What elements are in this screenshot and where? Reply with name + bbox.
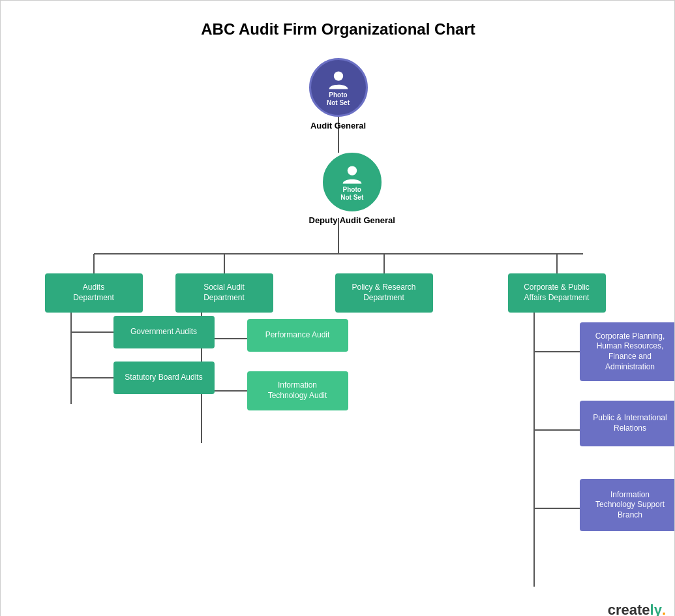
perf-audit-box: Performance Audit — [247, 319, 348, 352]
social-dept-box: Social AuditDepartment — [175, 273, 273, 313]
pub-intl-node: Public & InternationalRelations — [580, 401, 676, 446]
corporate-dept-node: Corporate & PublicAffairs Department — [508, 273, 606, 313]
it-audit-node: InformationTechnology Audit — [247, 371, 348, 410]
gov-audits-node: Government Audits — [113, 316, 215, 348]
page-title: ABC Audit Firm Organizational Chart — [14, 20, 663, 38]
social-dept-label: Social AuditDepartment — [203, 283, 245, 303]
creately-logo: creately. — [608, 602, 666, 616]
page: ABC Audit Firm Organizational Chart — [1, 1, 675, 616]
policy-dept-box: Policy & ResearchDepartment — [335, 273, 433, 313]
corporate-dept-box: Corporate & PublicAffairs Department — [508, 273, 606, 313]
statutory-box: Statutory Board Audits — [113, 362, 215, 394]
pub-intl-label: Public & InternationalRelations — [593, 413, 667, 433]
svg-point-18 — [333, 71, 342, 80]
audits-dept-label: AuditsDepartment — [73, 283, 114, 303]
policy-dept-node: Policy & ResearchDepartment — [335, 273, 433, 313]
audit-general-avatar: PhotoNot Set — [309, 58, 368, 117]
deputy-photo-text: PhotoNot Set — [340, 186, 363, 202]
corporate-dept-label: Corporate & PublicAffairs Department — [524, 283, 590, 303]
person-icon-2 — [340, 162, 364, 186]
creately-ly: ly — [650, 602, 662, 616]
gov-audits-label: Government Audits — [130, 327, 197, 337]
it-support-box: InformationTechnology SupportBranch — [580, 479, 676, 531]
it-support-node: InformationTechnology SupportBranch — [580, 479, 676, 531]
deputy-avatar: PhotoNot Set — [323, 153, 382, 211]
it-audit-label: InformationTechnology Audit — [268, 380, 327, 401]
audits-dept-node: AuditsDepartment — [45, 273, 143, 313]
perf-audit-label: Performance Audit — [265, 330, 330, 341]
pub-intl-box: Public & InternationalRelations — [580, 401, 676, 446]
audit-general-node: PhotoNot Set Audit General — [309, 58, 368, 131]
statutory-label: Statutory Board Audits — [125, 373, 202, 383]
corp-planning-label: Corporate Planning,Human Resources,Finan… — [595, 331, 665, 372]
audit-general-label: Audit General — [310, 121, 366, 131]
org-chart: PhotoNot Set Audit General PhotoNot Set … — [22, 52, 655, 616]
deputy-label: Deputy Audit General — [309, 215, 395, 225]
creately-create: create — [608, 602, 650, 616]
corp-planning-box: Corporate Planning,Human Resources,Finan… — [580, 322, 676, 381]
footer: creately. www.creately.com • Online Diag… — [548, 602, 666, 616]
social-dept-node: Social AuditDepartment — [175, 273, 273, 313]
creately-dot: . — [662, 602, 666, 616]
statutory-node: Statutory Board Audits — [113, 362, 215, 394]
audits-dept-box: AuditsDepartment — [45, 273, 143, 313]
it-audit-box: InformationTechnology Audit — [247, 371, 348, 410]
person-icon — [327, 68, 350, 91]
policy-dept-label: Policy & ResearchDepartment — [352, 283, 415, 303]
svg-point-19 — [348, 166, 357, 175]
deputy-node: PhotoNot Set Deputy Audit General — [309, 153, 395, 225]
it-support-label: InformationTechnology SupportBranch — [595, 490, 665, 521]
gov-audits-box: Government Audits — [113, 316, 215, 348]
audit-general-photo-text: PhotoNot Set — [327, 91, 350, 107]
corp-planning-node: Corporate Planning,Human Resources,Finan… — [580, 322, 676, 381]
perf-audit-node: Performance Audit — [247, 319, 348, 352]
